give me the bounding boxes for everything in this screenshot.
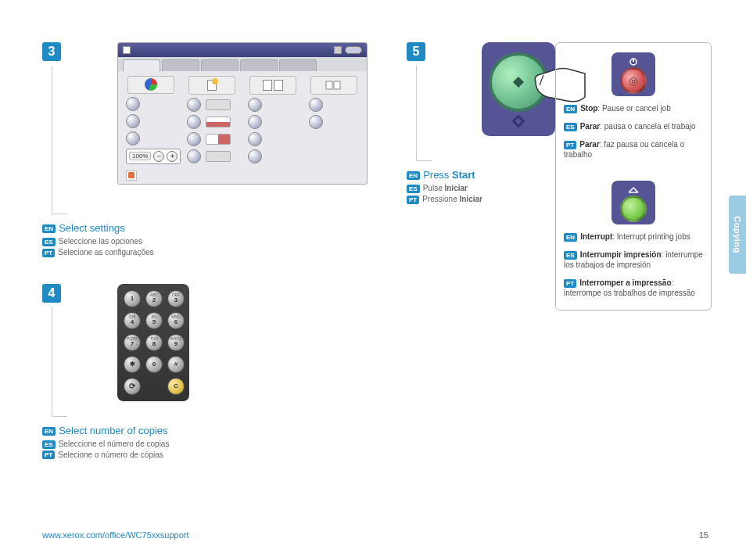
option-header — [310, 76, 357, 95]
step-title-pt: PTSelecione o número de cópias — [42, 451, 378, 460]
info-box: ◎ ENStop: Pause or cancel job ESParar: p… — [555, 42, 712, 311]
key-1[interactable]: 1 — [124, 290, 141, 307]
radio-button[interactable] — [248, 132, 262, 146]
key-5[interactable]: JKL5 — [145, 312, 163, 329]
tab[interactable] — [201, 59, 239, 71]
step-title-es: ESSeleccione las opciones — [42, 237, 378, 246]
tab[interactable] — [279, 59, 317, 71]
stop-desc-es: ESParar: pausa o cancela el trabajo — [564, 121, 703, 131]
interrupt-button-panel — [612, 181, 655, 224]
stop-icon: ◎ — [629, 74, 638, 87]
option-header — [249, 76, 296, 95]
tab[interactable] — [162, 59, 199, 71]
key-4[interactable]: GHI4 — [124, 312, 141, 329]
radio-button[interactable] — [187, 115, 201, 129]
key-2[interactable]: ABC2 — [145, 290, 163, 307]
option-icon — [206, 99, 231, 110]
radio-button[interactable] — [187, 98, 201, 112]
zoom-out-button[interactable]: − — [153, 151, 164, 162]
key-8[interactable]: TUV8 — [145, 334, 163, 351]
option-header — [127, 76, 174, 94]
step-3: 3 — [42, 42, 378, 257]
key-hash[interactable]: # — [167, 356, 185, 373]
stop-icon-top — [628, 58, 639, 66]
radio-button[interactable] — [187, 132, 201, 146]
step-title-en: ENPress Start — [407, 169, 555, 181]
step-number: 3 — [42, 42, 61, 61]
user-icon — [334, 46, 342, 54]
key-redial[interactable]: ⟳ — [124, 378, 141, 395]
interrupt-desc-en: ENInterrupt: Interrupt printing jobs — [564, 232, 703, 242]
preview-icon — [126, 171, 137, 181]
start-button-panel — [482, 42, 555, 136]
step-title-es: ESPulse Iniciar — [407, 184, 555, 193]
stop-button[interactable]: ◎ — [620, 67, 647, 94]
radio-button[interactable] — [248, 115, 262, 129]
step-title-en: ENSelect number of copies — [42, 425, 378, 436]
step-number: 5 — [407, 42, 425, 61]
tab[interactable] — [240, 59, 278, 71]
step-title-es: ESSeleccione el número de copias — [42, 440, 378, 449]
svg-rect-0 — [326, 81, 332, 89]
option-icon — [206, 117, 231, 127]
screen-titlebar — [118, 43, 367, 57]
radio-button[interactable] — [309, 115, 323, 129]
side-tab: Copying — [729, 196, 746, 274]
key-7[interactable]: PQRS7 — [124, 334, 141, 351]
app-icon — [123, 46, 131, 54]
option-icon — [206, 151, 231, 162]
option-icon — [206, 134, 231, 145]
svg-rect-3 — [633, 59, 634, 62]
step-title-pt: PTPressione Iniciar — [407, 195, 555, 204]
page-number: 15 — [699, 530, 708, 540]
zoom-control[interactable]: 100% − + — [126, 149, 181, 164]
footer-url[interactable]: www.xerox.com/office/WC75xxsupport — [42, 530, 188, 540]
radio-button[interactable] — [126, 114, 140, 128]
key-clear[interactable]: C — [167, 378, 185, 395]
radio-button[interactable] — [248, 98, 262, 112]
screen-tabs — [118, 57, 367, 71]
stop-desc-pt: PTParar: faz pausa ou cancela o trabalho — [564, 139, 703, 160]
touchscreen-panel: 100% − + — [117, 42, 368, 185]
staple-icon — [325, 80, 343, 91]
interrupt-desc-pt: PTInterromper a impressão: interrompe os… — [564, 278, 703, 298]
radio-button[interactable] — [126, 97, 140, 111]
step-title-pt: PTSelecione as configurações — [42, 248, 378, 257]
key-3[interactable]: DEF3 — [167, 290, 185, 307]
interrupt-icon-top — [627, 186, 640, 194]
step-number: 4 — [42, 284, 61, 303]
start-indicator-icon — [512, 115, 525, 128]
step-title-en: ENSelect settings — [42, 222, 378, 234]
stop-desc-en: ENStop: Pause or cancel job — [564, 103, 703, 113]
key-star[interactable]: ✱ — [124, 356, 141, 373]
stop-button-panel: ◎ — [612, 52, 655, 96]
radio-button[interactable] — [187, 149, 201, 163]
radio-button[interactable] — [126, 131, 140, 145]
interrupt-button[interactable] — [620, 196, 647, 222]
radio-button[interactable] — [248, 149, 262, 163]
interrupt-desc-es: ESInterrumpir impresión: interrumpe los … — [564, 249, 703, 270]
zoom-value: 100% — [129, 152, 151, 160]
key-9[interactable]: WXYZ9 — [167, 334, 185, 351]
step-4: 4 1 ABC2 DEF3 GHI4 JKL5 MNO6 PQRS7 TUV8 … — [42, 284, 378, 460]
option-header — [188, 76, 235, 95]
numeric-keypad: 1 ABC2 DEF3 GHI4 JKL5 MNO6 PQRS7 TUV8 WX… — [117, 284, 189, 401]
color-icon — [145, 78, 157, 91]
key-0[interactable]: 0 — [145, 356, 163, 373]
svg-rect-1 — [334, 81, 340, 89]
radio-button[interactable] — [309, 98, 323, 112]
start-icon — [513, 77, 524, 88]
step-5: 5 ENPress Start ESPulse Iniciar PTPressi… — [407, 42, 555, 204]
status-pill — [345, 46, 362, 54]
key-6[interactable]: MNO6 — [167, 312, 185, 329]
zoom-in-button[interactable]: + — [167, 151, 178, 162]
tab[interactable] — [123, 59, 160, 71]
